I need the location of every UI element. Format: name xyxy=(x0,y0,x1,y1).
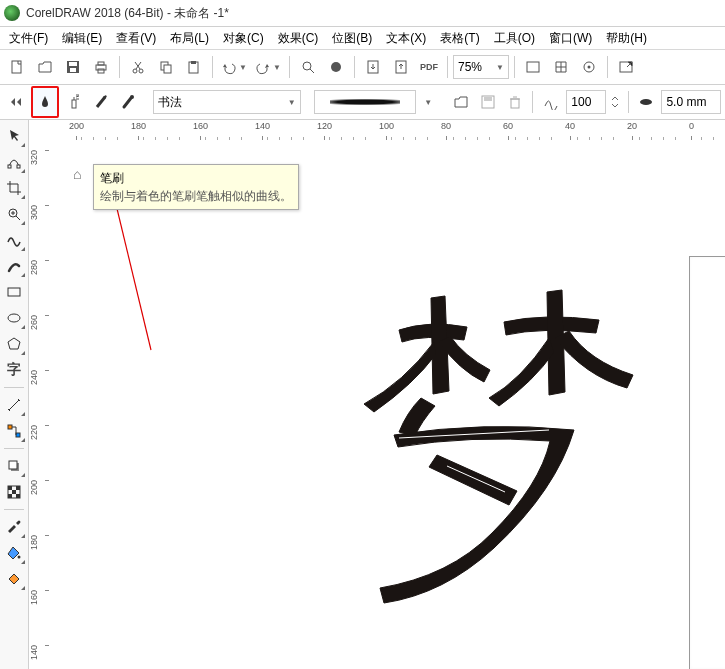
open-button[interactable] xyxy=(32,54,58,80)
menu-tools[interactable]: 工具(O) xyxy=(487,27,542,50)
rectangle-tool[interactable] xyxy=(2,280,26,304)
grid-button[interactable] xyxy=(548,54,574,80)
svg-rect-17 xyxy=(527,62,539,72)
crop-tool[interactable] xyxy=(2,176,26,200)
import-button[interactable] xyxy=(360,54,386,80)
pressure-preset-button[interactable] xyxy=(116,88,140,116)
search-button[interactable] xyxy=(295,54,321,80)
cut-button[interactable] xyxy=(125,54,151,80)
svg-rect-36 xyxy=(9,461,17,469)
ruler-tick: 180 xyxy=(29,535,49,550)
launch-button[interactable] xyxy=(613,54,639,80)
undo-button[interactable]: ▼ xyxy=(218,52,250,82)
brush-category-combo[interactable]: 书法▼ xyxy=(153,90,301,114)
stroke-dropdown-button[interactable]: ▼ xyxy=(419,88,436,116)
canvas[interactable]: ⌂ 笔刷 绘制与着色的笔刷笔触相似的曲线。 xyxy=(49,140,725,669)
ruler-vertical[interactable]: 320300280260240220200180160140 xyxy=(29,140,50,669)
interactive-fill-tool[interactable] xyxy=(2,541,26,565)
preset-prev-button[interactable] xyxy=(4,88,28,116)
page-boundary xyxy=(689,256,725,669)
text-tool[interactable]: 字 xyxy=(2,358,26,382)
width-value: 5.0 mm xyxy=(666,95,706,109)
smoothing-input[interactable]: 100 xyxy=(566,90,605,114)
menu-help[interactable]: 帮助(H) xyxy=(599,27,654,50)
ellipse-tool[interactable] xyxy=(2,306,26,330)
shape-tool[interactable] xyxy=(2,150,26,174)
svg-rect-3 xyxy=(70,68,76,72)
tool-tooltip: 笔刷 绘制与着色的笔刷笔触相似的曲线。 xyxy=(93,164,299,210)
svg-point-27 xyxy=(640,99,652,105)
tooltip-desc: 绘制与着色的笔刷笔触相似的曲线。 xyxy=(100,187,292,205)
caret-icon: ▼ xyxy=(496,63,504,72)
fullscreen-button[interactable] xyxy=(520,54,546,80)
dimension-tool[interactable] xyxy=(2,393,26,417)
pdf-button[interactable]: PDF xyxy=(416,54,442,80)
menu-edit[interactable]: 编辑(E) xyxy=(55,27,109,50)
text-glyph: 字 xyxy=(7,361,21,379)
separator xyxy=(212,56,213,78)
smoothing-spinner[interactable] xyxy=(609,88,622,116)
delete-brush-button[interactable] xyxy=(503,88,527,116)
smoothing-icon xyxy=(539,88,563,116)
svg-rect-31 xyxy=(8,288,20,296)
caret-icon: ▼ xyxy=(273,63,281,72)
zoom-tool[interactable] xyxy=(2,202,26,226)
ruler-horizontal[interactable]: 200180160140120100806040200 xyxy=(49,120,725,141)
brush-preset-button[interactable] xyxy=(31,86,59,118)
snap-button[interactable] xyxy=(576,54,602,80)
menu-effect[interactable]: 效果(C) xyxy=(271,27,326,50)
standard-toolbar: ▼ ▼ PDF 75%▼ xyxy=(0,50,725,85)
artistic-media-tool[interactable] xyxy=(2,254,26,278)
menu-view[interactable]: 查看(V) xyxy=(109,27,163,50)
eyedropper-tool[interactable] xyxy=(2,515,26,539)
svg-rect-28 xyxy=(8,165,11,168)
bullet-button[interactable] xyxy=(323,54,349,80)
calligraphy-preset-button[interactable] xyxy=(89,88,113,116)
smart-fill-tool[interactable] xyxy=(2,567,26,591)
menu-table[interactable]: 表格(T) xyxy=(433,27,486,50)
menu-window[interactable]: 窗口(W) xyxy=(542,27,599,50)
drop-shadow-tool[interactable] xyxy=(2,454,26,478)
new-button[interactable] xyxy=(4,54,30,80)
browse-button[interactable] xyxy=(449,88,473,116)
transparency-tool[interactable] xyxy=(2,480,26,504)
smoothing-value: 100 xyxy=(571,95,591,109)
print-button[interactable] xyxy=(88,54,114,80)
ruler-tick: 20 xyxy=(627,120,637,140)
separator xyxy=(514,56,515,78)
polygon-tool[interactable] xyxy=(2,332,26,356)
copy-button[interactable] xyxy=(153,54,179,80)
menu-object[interactable]: 对象(C) xyxy=(216,27,271,50)
property-bar: 书法▼ ▼ 100 5.0 mm xyxy=(0,85,725,120)
menu-bitmap[interactable]: 位图(B) xyxy=(325,27,379,50)
save-brush-button[interactable] xyxy=(476,88,500,116)
paste-button[interactable] xyxy=(181,54,207,80)
menu-layout[interactable]: 布局(L) xyxy=(163,27,216,50)
save-button[interactable] xyxy=(60,54,86,80)
separator xyxy=(628,91,629,113)
ruler-tick: 40 xyxy=(565,120,575,140)
separator xyxy=(4,387,24,388)
spray-preset-button[interactable] xyxy=(62,88,86,116)
ruler-tick: 80 xyxy=(441,120,451,140)
window-title: CorelDRAW 2018 (64-Bit) - 未命名 -1* xyxy=(26,5,229,22)
separator xyxy=(4,448,24,449)
svg-rect-12 xyxy=(191,61,196,64)
width-input[interactable]: 5.0 mm xyxy=(661,90,721,114)
separator xyxy=(607,56,608,78)
svg-rect-33 xyxy=(8,425,12,429)
pick-tool[interactable] xyxy=(2,124,26,148)
svg-rect-29 xyxy=(17,165,20,168)
zoom-combo[interactable]: 75%▼ xyxy=(453,55,509,79)
ruler-tick: 200 xyxy=(29,480,49,495)
ruler-tick: 260 xyxy=(29,315,49,330)
export-button[interactable] xyxy=(388,54,414,80)
menu-text[interactable]: 文本(X) xyxy=(379,27,433,50)
redo-button[interactable]: ▼ xyxy=(252,52,284,82)
svg-point-32 xyxy=(8,314,20,322)
freehand-tool[interactable] xyxy=(2,228,26,252)
connector-tool[interactable] xyxy=(2,419,26,443)
caret-icon: ▼ xyxy=(288,98,296,107)
brush-stroke-combo[interactable] xyxy=(314,90,416,114)
menu-file[interactable]: 文件(F) xyxy=(2,27,55,50)
